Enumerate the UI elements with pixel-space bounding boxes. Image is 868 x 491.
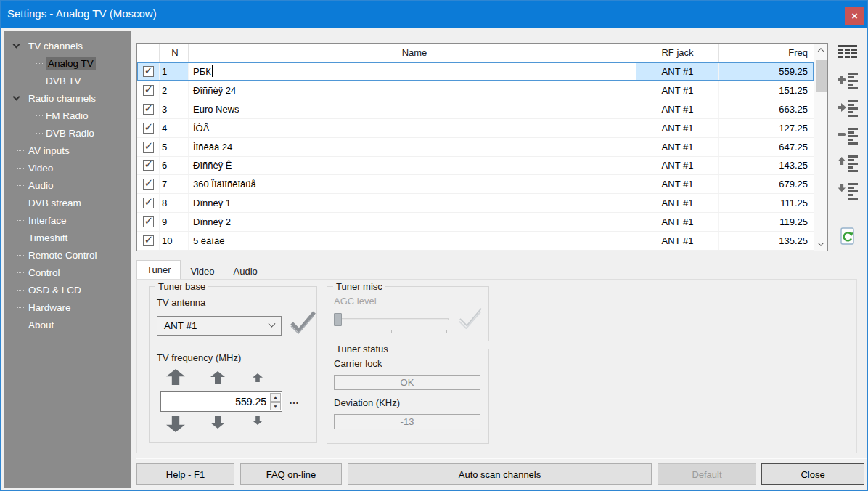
spin-down-button[interactable]: ▼: [270, 402, 281, 411]
sidebar-item-tv-channels[interactable]: TV channels: [4, 37, 131, 54]
channel-list-icon: [838, 45, 857, 61]
spin-up-button[interactable]: ▲: [270, 393, 281, 402]
table-row[interactable]: ✓ 10 5 êàíàë ANT #1 135.25: [137, 232, 814, 251]
channel-checkbox[interactable]: ✓: [143, 198, 154, 208]
scroll-down-button[interactable]: [814, 238, 827, 251]
sidebar-item-remote-control[interactable]: Remote Control: [4, 246, 131, 264]
faq-button[interactable]: FAQ on-line: [240, 463, 342, 485]
channel-checkbox[interactable]: ✓: [143, 85, 154, 96]
channel-rf-jack: ANT #1: [636, 138, 719, 156]
channel-rf-jack: ANT #1: [636, 62, 719, 81]
sidebar-item-timeshift[interactable]: Timeshift: [4, 229, 131, 246]
scroll-up-button[interactable]: [814, 44, 827, 57]
auto-scan-button[interactable]: Auto scan channels: [348, 463, 652, 485]
sidebar-item-video[interactable]: Video: [4, 159, 131, 176]
channel-freq: 143.25: [719, 157, 814, 175]
channel-checkbox[interactable]: ✓: [143, 66, 154, 77]
tuner-misc-group: Tuner misc AGC level: [327, 286, 489, 341]
table-row[interactable]: ✓ 4 ÍÒÂ ANT #1 127.25: [137, 119, 814, 138]
sidebar-item-hardware[interactable]: Hardware: [4, 299, 131, 316]
freq-step-up-small-button[interactable]: [253, 373, 263, 384]
more-frequencies-button[interactable]: …: [289, 394, 300, 406]
table-row[interactable]: ✓ 3 Euro News ANT #1 663.25: [137, 100, 814, 119]
channel-checkbox[interactable]: ✓: [143, 179, 154, 190]
freq-step-up-medium-button[interactable]: [210, 371, 225, 386]
sidebar-item-label: Radio channels: [28, 93, 96, 104]
tree-connector: [36, 133, 43, 134]
header-n[interactable]: N: [160, 44, 189, 62]
sidebar-item-osd-lcd[interactable]: OSD & LCD: [4, 281, 131, 299]
channel-name[interactable]: Ðîññèÿ 24: [189, 81, 636, 100]
sidebar-item-analog-tv[interactable]: Analog TV: [4, 54, 131, 72]
move-down-icon: [838, 182, 858, 200]
channel-list-button[interactable]: [835, 43, 860, 63]
freq-step-down-small-button[interactable]: [253, 416, 263, 427]
chevron-down-icon[interactable]: [13, 41, 20, 49]
table-row[interactable]: ✓ 9 Ðîññèÿ 2 ANT #1 119.25: [137, 213, 814, 232]
table-row[interactable]: ✓ 2 Ðîññèÿ 24 ANT #1 151.25: [137, 81, 814, 100]
scrollbar-thumb[interactable]: [816, 60, 827, 92]
channel-number: 4: [160, 119, 189, 137]
add-channel-button[interactable]: [835, 70, 860, 91]
sidebar-item-fm-radio[interactable]: FM Radio: [4, 107, 131, 124]
help-button[interactable]: Help - F1: [136, 463, 234, 485]
header-name[interactable]: Name: [189, 44, 636, 62]
channel-number: 6: [160, 157, 189, 175]
sidebar-item-dvb-stream[interactable]: DVB stream: [4, 194, 131, 211]
tab-video[interactable]: Video: [181, 263, 224, 279]
sidebar-item-av-inputs[interactable]: AV inputs: [4, 142, 131, 159]
close-window-button[interactable]: ×: [845, 7, 864, 25]
channel-name[interactable]: Ðîññèÿ 2: [189, 213, 636, 231]
freq-step-up-large-button[interactable]: [166, 369, 185, 387]
move-channel-down-button[interactable]: [835, 181, 860, 201]
frequency-input[interactable]: 559.25: [161, 392, 269, 411]
sidebar-item-dvb-radio[interactable]: DVB Radio: [4, 124, 131, 142]
table-row[interactable]: ✓ 5 Ìîñêâà 24 ANT #1 647.25: [137, 138, 814, 157]
freq-step-down-large-button[interactable]: [166, 416, 185, 434]
sidebar-item-interface[interactable]: Interface: [4, 211, 131, 229]
channel-checkbox[interactable]: ✓: [143, 104, 154, 115]
sidebar-item-dvb-tv[interactable]: DVB TV: [4, 72, 131, 89]
channel-checkbox[interactable]: ✓: [143, 123, 154, 134]
apply-antenna-button[interactable]: [287, 309, 318, 336]
remove-channel-button[interactable]: [835, 126, 860, 146]
sidebar-item-label: Interface: [28, 215, 67, 226]
titlebar[interactable]: Settings - Analog TV (Moscow) ×: [1, 1, 867, 28]
channel-checkbox[interactable]: ✓: [143, 235, 154, 246]
chevron-down-icon[interactable]: [13, 94, 20, 101]
sidebar-item-radio-channels[interactable]: Radio channels: [4, 89, 131, 107]
channel-name[interactable]: Ìîñêâà 24: [189, 138, 636, 156]
channel-checkbox[interactable]: ✓: [143, 142, 154, 153]
move-channel-up-button[interactable]: [835, 153, 860, 174]
table-row[interactable]: ✓ 7 360 Ïîäìîñêîâüå ANT #1 679.25: [137, 175, 814, 194]
table-row[interactable]: ✓ 1 РБК ANT #1 559.25: [137, 62, 814, 81]
arrow-down-icon: [166, 416, 185, 432]
close-button[interactable]: Close: [761, 463, 864, 485]
header-freq[interactable]: Freq: [719, 44, 814, 62]
channel-name[interactable]: Ðîññèÿ Ê: [189, 157, 636, 175]
channel-name[interactable]: 5 êàíàë: [189, 232, 636, 250]
sidebar-item-audio[interactable]: Audio: [4, 176, 131, 194]
tab-audio[interactable]: Audio: [224, 263, 267, 279]
antenna-select[interactable]: ANT #1: [157, 316, 282, 336]
channel-name[interactable]: Euro News: [189, 100, 636, 118]
channel-name[interactable]: 360 Ïîäìîñêîâüå: [189, 175, 636, 193]
sidebar-item-control[interactable]: Control: [4, 264, 131, 281]
table-row[interactable]: ✓ 8 Ðîññèÿ 1 ANT #1 111.25: [137, 194, 814, 213]
channel-name[interactable]: РБК: [189, 62, 636, 81]
refresh-channels-button[interactable]: [835, 226, 860, 246]
channel-name[interactable]: Ðîññèÿ 1: [189, 194, 636, 212]
channel-checkbox[interactable]: ✓: [143, 216, 154, 227]
table-row[interactable]: ✓ 6 Ðîññèÿ Ê ANT #1 143.25: [137, 157, 814, 176]
table-scrollbar[interactable]: [814, 44, 827, 251]
header-checkbox-col[interactable]: [137, 44, 160, 62]
channel-name[interactable]: ÍÒÂ: [189, 119, 636, 137]
arrow-down-icon: [253, 416, 263, 425]
sidebar-item-about[interactable]: About: [4, 316, 131, 333]
channel-checkbox[interactable]: ✓: [143, 160, 154, 171]
insert-channel-button[interactable]: [835, 98, 860, 118]
table-header: N Name RF jack Freq: [137, 44, 814, 62]
tab-tuner[interactable]: Tuner: [136, 260, 181, 279]
freq-step-down-medium-button[interactable]: [210, 416, 225, 431]
header-rf-jack[interactable]: RF jack: [636, 44, 719, 62]
